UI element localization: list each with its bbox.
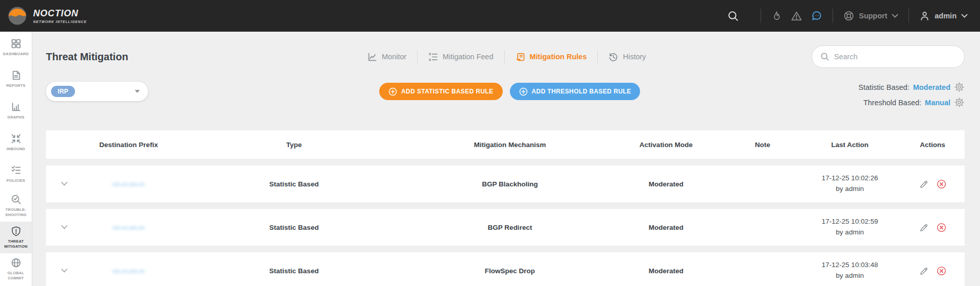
search-icon <box>820 52 829 61</box>
edit-pencil-icon[interactable] <box>919 223 928 232</box>
tab-divider <box>417 50 418 63</box>
topbar: NOCTION NETWORK INTELLIGENCE <box>0 0 980 32</box>
remove-circle-x-icon[interactable] <box>936 179 947 189</box>
brand-logo: NOCTION NETWORK INTELLIGENCE <box>7 6 87 26</box>
line-chart-icon <box>368 52 377 62</box>
destination-prefix-link[interactable]: •••.••.•••.•• <box>83 180 175 188</box>
tab-bar: Monitor Mitigation Feed <box>368 50 646 63</box>
report-file-icon <box>11 70 21 81</box>
column-header: Actions <box>900 141 965 149</box>
instance-select[interactable]: IRP <box>46 82 148 101</box>
chevron-down-icon <box>892 12 898 20</box>
bar-chart-icon <box>11 102 21 112</box>
column-header: Type <box>175 141 413 149</box>
statistic-mode-value-link[interactable]: Moderated <box>913 83 950 91</box>
remove-circle-x-icon[interactable] <box>936 222 947 233</box>
activation-mode: Moderated <box>606 267 726 275</box>
alert-triangle-icon[interactable] <box>791 11 802 21</box>
tab-divider <box>504 50 505 63</box>
magnifier-check-icon <box>11 194 21 205</box>
page-title: Threat Mitigation <box>46 51 143 63</box>
table-header: Destination Prefix Type Mitigation Mecha… <box>46 130 965 159</box>
caret-down-icon <box>135 90 140 93</box>
threshold-mode-value-link[interactable]: Manual <box>925 99 950 107</box>
user-icon <box>919 11 930 21</box>
tab-history[interactable]: History <box>608 52 646 62</box>
history-clock-icon <box>608 52 618 62</box>
globe-icon <box>11 257 21 268</box>
activation-mode: Moderated <box>606 180 726 188</box>
instance-chip: IRP <box>51 86 75 97</box>
destination-prefix-link[interactable]: •••.••.•••.•• <box>83 224 175 231</box>
sidebar-item-global-commit[interactable]: GLOBAL COMMIT <box>0 253 32 285</box>
user-label: admin <box>935 12 957 20</box>
edit-pencil-icon[interactable] <box>919 179 928 189</box>
last-action: 17-12-25 10:02:26 by admin <box>799 173 900 195</box>
search-input[interactable] <box>834 53 956 61</box>
flame-icon[interactable] <box>771 11 782 21</box>
topbar-divider <box>832 9 833 23</box>
search-icon[interactable] <box>727 10 739 22</box>
statistic-mode-label: Statistic Based: <box>859 83 910 91</box>
rules-scroll-icon <box>516 52 525 62</box>
sidebar-item-graphs[interactable]: GRAPHS <box>0 95 32 127</box>
sidebar-item-reports[interactable]: REPORTS <box>0 63 32 95</box>
column-header: Last Action <box>799 141 900 149</box>
last-action: 17-12-25 10:03:48 by admin <box>799 260 900 281</box>
inbound-arrows-icon <box>11 133 21 144</box>
column-header: Activation Mode <box>606 141 726 149</box>
sidebar-item-threat-mitigation[interactable]: THREAT MITIGATION <box>0 222 32 253</box>
table-row: •••.••.•••.•• Statistic Based BGP Blackh… <box>46 165 965 202</box>
tab-mitigation-rules[interactable]: Mitigation Rules <box>516 52 587 62</box>
mitigation-mechanism: BGP Blackholing <box>413 180 606 188</box>
column-header: Note <box>726 141 799 149</box>
table-row: •••.••.•••.•• Statistic Based BGP Redire… <box>46 209 965 246</box>
tab-mitigation-feed[interactable]: Mitigation Feed <box>428 52 493 62</box>
rule-type: Statistic Based <box>175 267 413 275</box>
rules-table: Destination Prefix Type Mitigation Mecha… <box>46 130 965 286</box>
column-header: Destination Prefix <box>83 141 175 149</box>
chevron-down-icon <box>961 12 968 20</box>
row-expander-chevron[interactable] <box>46 225 83 230</box>
destination-prefix-link[interactable]: •••.••.•••.•• <box>83 267 175 275</box>
add-statistic-rule-button[interactable]: ADD STATISTIC BASED RULE <box>379 83 503 100</box>
gear-icon[interactable] <box>954 97 965 108</box>
sidebar-item-policies[interactable]: POLICIES <box>0 158 32 190</box>
activation-mode: Moderated <box>606 224 726 231</box>
plus-circle-icon <box>388 87 397 96</box>
feed-list-icon <box>428 52 438 62</box>
plus-circle-icon <box>519 87 528 96</box>
main-content: Threat Mitigation Monitor Mitigation Fee… <box>32 32 980 286</box>
dashboard-grid-icon <box>11 38 21 49</box>
chat-bubble-icon[interactable] <box>811 10 822 21</box>
topbar-divider <box>761 9 761 23</box>
support-label: Support <box>859 12 888 20</box>
support-menu[interactable]: Support <box>843 10 899 21</box>
sidebar-item-dashboard[interactable]: DASHBOARD <box>0 32 32 63</box>
sidebar-item-inbound[interactable]: INBOUND <box>0 127 32 158</box>
mitigation-mechanism: FlowSpec Drop <box>413 267 606 275</box>
edit-pencil-icon[interactable] <box>919 266 928 276</box>
user-menu[interactable]: admin <box>919 11 968 21</box>
topbar-divider <box>909 9 909 23</box>
row-expander-chevron[interactable] <box>46 181 83 186</box>
brand-tagline: NETWORK INTELLIGENCE <box>33 20 87 23</box>
rule-type: Statistic Based <box>175 180 413 188</box>
tab-monitor[interactable]: Monitor <box>368 52 406 62</box>
add-threshold-rule-button[interactable]: ADD THRESHOLD BASED RULE <box>510 83 641 100</box>
mitigation-mechanism: BGP Redirect <box>413 224 606 231</box>
table-row: •••.••.•••.•• Statistic Based FlowSpec D… <box>46 252 965 286</box>
sidebar-item-troubleshooting[interactable]: TROUBLE-SHOOTING <box>0 190 32 222</box>
row-expander-chevron[interactable] <box>46 268 83 273</box>
threshold-mode-label: Threshold Based: <box>863 99 921 107</box>
last-action: 17-12-25 10:02:59 by admin <box>799 217 900 238</box>
column-header: Mitigation Mechanism <box>413 141 606 149</box>
sidebar: DASHBOARD REPORTS GRAPHS INBOUND <box>0 32 32 286</box>
gear-icon[interactable] <box>954 82 965 92</box>
mode-settings: Statistic Based: Moderated Threshold Bas… <box>859 82 965 108</box>
tab-divider <box>597 50 598 63</box>
checklist-icon <box>11 165 21 176</box>
noction-logo-icon <box>7 6 28 26</box>
remove-circle-x-icon[interactable] <box>936 266 947 276</box>
brand-name: NOCTION <box>33 8 87 19</box>
